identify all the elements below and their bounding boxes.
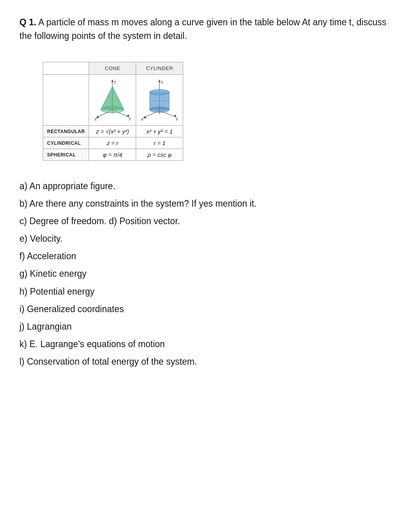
svg-text:y: y [176, 116, 178, 121]
item-label: a) [19, 181, 27, 191]
list-item: a) An appropriate figure. [19, 179, 401, 194]
list-item: f) Acceleration [19, 249, 401, 264]
header-cylinder: CYLINDER [136, 62, 183, 75]
cyl-spherical: ρ = csc φ [136, 149, 183, 161]
cone-rectangular: z = √(x² + y²) [89, 126, 136, 137]
cyl-cylindrical: r = 1 [136, 137, 183, 149]
question-label: Q 1. [19, 17, 36, 27]
item-text: Conservation of total energy of the syst… [27, 356, 197, 367]
question-text: Q 1. A particle of mass m moves along a … [19, 16, 401, 42]
item-text: E. Lagrange's equations of motion [30, 339, 165, 349]
svg-text:x: x [94, 117, 97, 121]
item-label: l) [19, 356, 24, 367]
list-item: l) Conservation of total energy of the s… [19, 354, 401, 369]
item-label: f) [19, 251, 25, 261]
item-text: Velocity. [30, 234, 63, 244]
header-empty [43, 62, 89, 75]
svg-text:z: z [161, 79, 163, 84]
cone-image-cell: z x y [89, 75, 136, 126]
header-cone: CONE [89, 62, 136, 75]
svg-text:y: y [129, 116, 131, 121]
item-label: h) [19, 286, 27, 297]
list-item: h) Potential energy [19, 284, 401, 299]
list-item: c) Degree of freedom. d) Position vector… [19, 214, 401, 229]
list-item: j) Lagrangian [19, 319, 401, 334]
cyl-rectangular: x² + y² = 1 [136, 126, 183, 137]
svg-point-24 [150, 107, 169, 112]
cone-spherical: φ = π/4 [89, 149, 136, 161]
table-container: CONE CYLINDER z x [43, 62, 183, 161]
svg-marker-14 [158, 79, 161, 82]
item-text: An appropriate figure. [30, 181, 116, 191]
item-label: k) [19, 339, 27, 349]
cylinder-illustration: z x y [140, 79, 179, 121]
list-item: g) Kinetic energy [19, 266, 401, 281]
item-text: Kinetic energy [30, 269, 87, 279]
discussion-list: a) An appropriate figure. b) Are there a… [19, 179, 401, 369]
item-text: Degree of freedom. d) Position vector. [30, 216, 180, 226]
item-label: i) [19, 304, 24, 314]
row-label-spherical: SPHERICAL [43, 149, 89, 161]
item-text: Acceleration [27, 251, 76, 261]
svg-marker-9 [101, 86, 124, 110]
item-label: g) [19, 269, 27, 279]
cone-illustration: z x y [93, 79, 132, 121]
row-label-cylindrical: CYLINDRICAL [43, 137, 89, 149]
row-label-rectangular: RECTANGULAR [43, 126, 89, 137]
svg-text:x: x [141, 117, 144, 121]
image-row-empty [43, 75, 89, 126]
svg-text:z: z [114, 79, 116, 84]
item-label: c) [19, 216, 27, 226]
item-text: Potential energy [30, 286, 94, 297]
table-row: SPHERICAL φ = π/4 ρ = csc φ [43, 149, 183, 161]
cone-cylindrical: z = r [89, 137, 136, 149]
item-text: Are there any constraints in the system?… [30, 198, 257, 209]
table-row: RECTANGULAR z = √(x² + y²) x² + y² = 1 [43, 126, 183, 137]
list-item: b) Are there any constraints in the syst… [19, 196, 401, 211]
item-text: Generalized coordinates [27, 304, 124, 314]
list-item: e) Velocity. [19, 231, 401, 246]
data-table: CONE CYLINDER z x [43, 62, 183, 161]
table-row: CYLINDRICAL z = r r = 1 [43, 137, 183, 149]
item-label: b) [19, 198, 27, 209]
svg-marker-1 [111, 79, 114, 82]
cylinder-image-cell: z x y [136, 75, 183, 126]
question-body: A particle of mass m moves along a curve… [19, 17, 386, 41]
item-text: Lagrangian [27, 321, 72, 332]
item-label: e) [19, 234, 27, 244]
list-item: k) E. Lagrange's equations of motion [19, 337, 401, 352]
svg-point-10 [101, 107, 124, 113]
svg-point-23 [150, 90, 169, 95]
list-item: i) Generalized coordinates [19, 302, 401, 317]
item-label: j) [19, 321, 24, 332]
